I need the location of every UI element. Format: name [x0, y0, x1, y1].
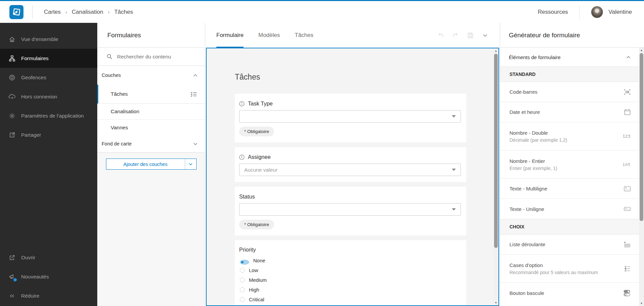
layer-item-canalisation[interactable]: Canalisation [97, 104, 205, 120]
canvas-scrollbar-thumb[interactable] [494, 54, 498, 248]
sidebar-item-whats-new[interactable]: Nouveautés [0, 267, 97, 286]
add-layers-button[interactable]: Ajouter des couches [106, 159, 197, 170]
element-barcode[interactable]: Code-barres [500, 82, 644, 102]
radio-icon[interactable] [240, 287, 245, 292]
barcode-icon [624, 89, 631, 95]
sidebar-item-label: Formulaires [21, 55, 49, 61]
user-avatar[interactable] [591, 6, 603, 18]
element-label: Cases d’option [509, 262, 598, 268]
resources-link[interactable]: Ressources [538, 9, 568, 15]
field-card-task-type[interactable]: Task Type * Obligatoire [235, 94, 466, 142]
scroll-down-icon[interactable]: ▼ [493, 301, 498, 304]
info-icon[interactable] [239, 155, 245, 160]
save-icon[interactable] [467, 32, 474, 39]
radio-icon[interactable] [240, 268, 245, 273]
chevron-right-icon: › [65, 9, 67, 15]
basemap-group-header[interactable]: Fond de carte [97, 135, 205, 152]
task-type-select[interactable] [239, 110, 461, 123]
element-datetime[interactable]: Date et heure [500, 102, 644, 122]
builder-scrollbar[interactable]: ▲ ▼ [639, 48, 644, 306]
canvas-scrollbar[interactable]: ▲ ▼ [493, 48, 498, 305]
toggle-icon [624, 290, 631, 296]
search-input[interactable] [117, 54, 194, 60]
layer-label: Tâches [111, 91, 128, 97]
layers-group-header[interactable]: Couches [97, 66, 205, 85]
sidebar-item-geofences[interactable]: Geofences [0, 68, 97, 87]
info-icon[interactable] [239, 101, 245, 106]
tab-taches[interactable]: Tâches [295, 23, 314, 48]
radio-option-none[interactable]: None [240, 256, 461, 265]
radio-option-critical[interactable]: Critical [240, 295, 461, 304]
element-subtitle: Décimale (par exemple 1,2) [509, 137, 567, 143]
element-radio-buttons[interactable]: Cases d’option Recommandé pour 5 valeurs… [500, 255, 644, 283]
sidebar-item-label: Paramètres de l’application [21, 113, 84, 119]
sidebar-item-offline[interactable]: Hors connexion [0, 87, 97, 106]
assignee-select[interactable]: Aucune valeur [239, 164, 461, 176]
radio-option-low[interactable]: Low [240, 265, 461, 275]
element-subtitle: Recommandé pour 5 valeurs au maximum [509, 270, 598, 275]
breadcrumb-canalisation[interactable]: Canalisation [72, 9, 103, 15]
header-divider [32, 6, 33, 18]
scroll-down-icon[interactable]: ▼ [639, 302, 644, 305]
undo-icon[interactable] [437, 32, 444, 39]
element-label: Code-barres [509, 89, 537, 95]
radio-option-medium[interactable]: Medium [240, 275, 461, 285]
user-name[interactable]: Valentine [608, 9, 632, 15]
forms-icon [8, 55, 16, 62]
app-logo-icon[interactable] [9, 5, 23, 19]
element-number-double[interactable]: Nombre - Double Décimale (par exemple 1,… [500, 122, 644, 150]
radio-selected-icon[interactable] [240, 260, 249, 265]
element-label: Texte - Multiligne [509, 186, 547, 191]
element-label: Nombre - Entier [509, 158, 557, 164]
select-caret-icon [452, 169, 456, 171]
radio-icon[interactable] [240, 277, 245, 282]
main-sidebar: Vue d’ensemble Formulaires Geofences [0, 23, 97, 306]
field-card-status[interactable]: Status * Obligatoire [235, 187, 466, 235]
sidebar-item-forms[interactable]: Formulaires [0, 49, 97, 68]
radio-label: High [249, 287, 259, 293]
sidebar-item-overview[interactable]: Vue d’ensemble [0, 30, 97, 49]
form-elements-label: Éléments de formulaire [509, 54, 560, 60]
form-title: Tâches [235, 73, 466, 82]
form-preview-canvas[interactable]: Tâches Task Type * Obligatoire [206, 48, 499, 306]
gear-icon [8, 112, 16, 120]
sidebar-item-open[interactable]: Ouvrir [0, 248, 97, 267]
element-number-integer[interactable]: Nombre - Entier Entier (par exemple, 1) … [500, 150, 644, 179]
builder-scrollbar-thumb[interactable] [640, 53, 643, 221]
sidebar-item-share[interactable]: Partager [0, 125, 97, 144]
form-builder-panel: Générateur de formulaire Éléments de for… [500, 23, 644, 306]
element-label: Date et heure [509, 109, 540, 115]
element-switch[interactable]: Bouton bascule [500, 283, 644, 303]
radio-icon[interactable] [240, 297, 245, 302]
element-text-multiline[interactable]: Texte - Multiligne [500, 179, 644, 199]
tab-formulaire[interactable]: Formulaire [216, 23, 244, 48]
form-elements-toggle[interactable]: Éléments de formulaire [500, 48, 644, 67]
chevron-down-icon[interactable] [482, 32, 488, 39]
add-layers-dropdown-button[interactable] [185, 159, 196, 169]
tab-modeles[interactable]: Modèles [258, 23, 280, 48]
element-text-uniline[interactable]: Texte - Uniligne [500, 199, 644, 219]
sidebar-item-app-settings[interactable]: Paramètres de l’application [0, 106, 97, 125]
status-select[interactable] [239, 203, 461, 216]
breadcrumb-taches[interactable]: Tâches [114, 9, 133, 15]
radio-options-icon [625, 266, 631, 272]
element-subtitle: Entier (par exemple, 1) [509, 166, 557, 171]
breadcrumb-cartes[interactable]: Cartes [44, 9, 61, 15]
field-card-assignee[interactable]: Assignee Aucune valeur [235, 147, 466, 182]
scroll-up-icon[interactable]: ▲ [639, 49, 644, 52]
sidebar-item-collapse[interactable]: Réduire [0, 286, 97, 305]
add-layers-button-label[interactable]: Ajouter des couches [106, 159, 185, 169]
sidebar-item-label: Nouveautés [21, 274, 49, 280]
integer-icon: int [623, 162, 631, 167]
field-card-priority[interactable]: Priority None Low Medium [235, 240, 466, 306]
layer-item-vannes[interactable]: Vannes [97, 120, 205, 135]
brand-top-stripe [0, 0, 644, 1]
layer-item-taches[interactable]: Tâches [97, 85, 205, 104]
radio-option-high[interactable]: High [240, 285, 461, 295]
task-list-icon[interactable] [191, 91, 197, 97]
scroll-up-icon[interactable]: ▲ [493, 49, 498, 52]
radio-label: Medium [249, 277, 267, 283]
redo-icon[interactable] [452, 32, 459, 39]
element-dropdown[interactable]: Liste déroulante [500, 234, 644, 255]
search-row [97, 48, 205, 66]
